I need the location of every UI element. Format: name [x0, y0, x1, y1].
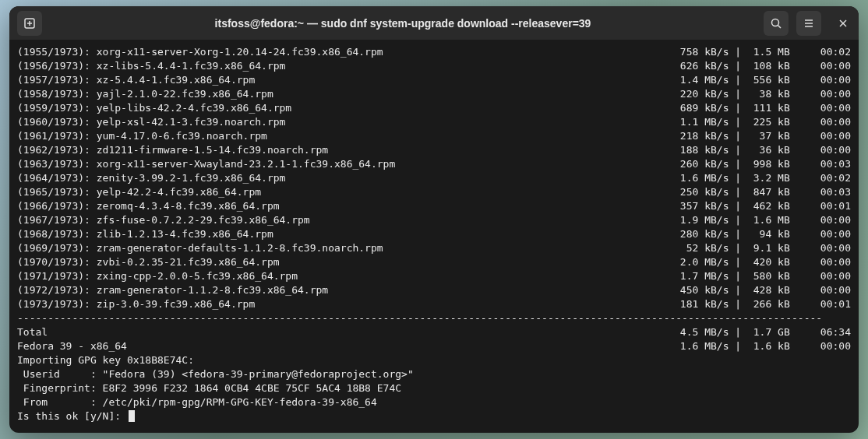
- package-stats: 250 kB/s | 847 kB 00:03: [674, 185, 851, 199]
- download-line: (1972/1973): zram-generator-1.1.2-8.fc39…: [17, 283, 851, 297]
- download-line: (1958/1973): yajl-2.1.0-22.fc39.x86_64.r…: [17, 87, 851, 101]
- package-name: (1963/1973): xorg-x11-server-Xwayland-23…: [17, 157, 674, 171]
- package-stats: 2.0 MB/s | 420 kB 00:00: [674, 255, 851, 269]
- titlebar-left: [16, 11, 44, 36]
- package-stats: 188 kB/s | 36 kB 00:00: [674, 143, 851, 157]
- menu-button[interactable]: [796, 11, 821, 36]
- gpg-fingerprint-value: E8F2 3996 F232 1864 0CB4 4CBE 75CF 5AC4 …: [103, 382, 402, 394]
- package-name: (1960/1973): yelp-xsl-42.1-3.fc39.noarch…: [17, 115, 674, 129]
- summary-line: Total 4.5 MB/s | 1.7 GB 06:34: [17, 325, 851, 339]
- package-name: (1965/1973): yelp-42.2-4.fc39.x86_64.rpm: [17, 185, 674, 199]
- gpg-from-label: From :: [17, 396, 103, 408]
- download-line: (1961/1973): yum-4.17.0-6.fc39.noarch.rp…: [17, 129, 851, 143]
- svg-line-4: [778, 25, 782, 28]
- hamburger-icon: [803, 17, 815, 30]
- package-stats: 218 kB/s | 37 kB 00:00: [674, 129, 851, 143]
- package-stats: 280 kB/s | 94 kB 00:00: [674, 227, 851, 241]
- package-name: (1955/1973): xorg-x11-server-Xorg-1.20.1…: [17, 45, 674, 59]
- terminal-output[interactable]: (1955/1973): xorg-x11-server-Xorg-1.20.1…: [9, 40, 859, 433]
- prompt-text: Is this ok [y/N]:: [17, 410, 127, 422]
- package-name: (1973/1973): zip-3.0-39.fc39.x86_64.rpm: [17, 297, 674, 311]
- package-stats: 1.1 MB/s | 225 kB 00:00: [674, 115, 851, 129]
- new-tab-button[interactable]: [17, 11, 42, 36]
- close-icon: [838, 18, 849, 29]
- close-button[interactable]: [834, 14, 852, 33]
- new-tab-icon: [23, 17, 36, 30]
- gpg-from: From : /etc/pki/rpm-gpg/RPM-GPG-KEY-fedo…: [17, 395, 851, 409]
- package-stats: 689 kB/s | 111 kB 00:00: [674, 101, 851, 115]
- download-line: (1967/1973): zfs-fuse-0.7.2.2-29.fc39.x8…: [17, 213, 851, 227]
- package-name: (1957/1973): xz-5.4.4-1.fc39.x86_64.rpm: [17, 73, 674, 87]
- package-stats: 450 kB/s | 428 kB 00:00: [674, 283, 851, 297]
- package-name: (1956/1973): xz-libs-5.4.4-1.fc39.x86_64…: [17, 59, 674, 73]
- summary-line: Fedora 39 - x86_64 1.6 MB/s | 1.6 kB 00:…: [17, 339, 851, 353]
- package-stats: 181 kB/s | 266 kB 00:01: [674, 297, 851, 311]
- package-stats: 1.6 MB/s | 3.2 MB 00:02: [674, 171, 851, 185]
- download-line: (1965/1973): yelp-42.2-4.fc39.x86_64.rpm…: [17, 185, 851, 199]
- summary-stats: 4.5 MB/s | 1.7 GB 06:34: [674, 325, 851, 339]
- confirm-prompt[interactable]: Is this ok [y/N]:: [17, 409, 851, 423]
- gpg-userid-value: "Fedora (39) <fedora-39-primary@fedorapr…: [103, 368, 414, 380]
- summary-label: Fedora 39 - x86_64: [17, 339, 674, 353]
- package-name: (1972/1973): zram-generator-1.1.2-8.fc39…: [17, 283, 674, 297]
- gpg-fingerprint-label: Fingerprint:: [17, 382, 103, 394]
- package-stats: 758 kB/s | 1.5 MB 00:02: [674, 45, 851, 59]
- package-stats: 220 kB/s | 38 kB 00:00: [674, 87, 851, 101]
- package-stats: 260 kB/s | 998 kB 00:03: [674, 157, 851, 171]
- package-stats: 357 kB/s | 462 kB 00:01: [674, 199, 851, 213]
- download-line: (1963/1973): xorg-x11-server-Xwayland-23…: [17, 157, 851, 171]
- titlebar: itsfoss@fedora:~ — sudo dnf system-upgra…: [9, 6, 859, 40]
- svg-point-3: [772, 19, 779, 26]
- package-name: (1971/1973): zxing-cpp-2.0.0-5.fc39.x86_…: [17, 269, 674, 283]
- package-name: (1961/1973): yum-4.17.0-6.fc39.noarch.rp…: [17, 129, 674, 143]
- package-name: (1958/1973): yajl-2.1.0-22.fc39.x86_64.r…: [17, 87, 674, 101]
- package-name: (1968/1973): zlib-1.2.13-4.fc39.x86_64.r…: [17, 227, 674, 241]
- search-button[interactable]: [764, 11, 789, 36]
- package-name: (1962/1973): zd1211-firmware-1.5-14.fc39…: [17, 143, 674, 157]
- cursor: [129, 410, 135, 422]
- download-line: (1968/1973): zlib-1.2.13-4.fc39.x86_64.r…: [17, 227, 851, 241]
- download-line: (1971/1973): zxing-cpp-2.0.0-5.fc39.x86_…: [17, 269, 851, 283]
- window-title: itsfoss@fedora:~ — sudo dnf system-upgra…: [44, 17, 762, 30]
- download-line: (1973/1973): zip-3.0-39.fc39.x86_64.rpm …: [17, 297, 851, 311]
- gpg-from-value: /etc/pki/rpm-gpg/RPM-GPG-KEY-fedora-39-x…: [103, 396, 377, 408]
- package-name: (1959/1973): yelp-libs-42.2-4.fc39.x86_6…: [17, 101, 674, 115]
- titlebar-right: [762, 11, 852, 36]
- download-line: (1969/1973): zram-generator-defaults-1.1…: [17, 241, 851, 255]
- gpg-userid-label: Userid :: [17, 368, 103, 380]
- divider-line: ----------------------------------------…: [17, 311, 851, 325]
- package-name: (1970/1973): zvbi-0.2.35-21.fc39.x86_64.…: [17, 255, 674, 269]
- package-stats: 626 kB/s | 108 kB 00:00: [674, 59, 851, 73]
- package-stats: 52 kB/s | 9.1 kB 00:00: [674, 241, 851, 255]
- package-stats: 1.4 MB/s | 556 kB 00:00: [674, 73, 851, 87]
- gpg-importing: Importing GPG key 0x18B8E74C:: [17, 353, 851, 367]
- terminal-window: itsfoss@fedora:~ — sudo dnf system-upgra…: [9, 6, 859, 433]
- search-icon: [770, 17, 782, 30]
- summary-stats: 1.6 MB/s | 1.6 kB 00:00: [674, 339, 851, 353]
- download-line: (1964/1973): zenity-3.99.2-1.fc39.x86_64…: [17, 171, 851, 185]
- package-stats: 1.9 MB/s | 1.6 MB 00:00: [674, 213, 851, 227]
- summary-label: Total: [17, 325, 674, 339]
- gpg-userid: Userid : "Fedora (39) <fedora-39-primary…: [17, 367, 851, 381]
- package-name: (1967/1973): zfs-fuse-0.7.2.2-29.fc39.x8…: [17, 213, 674, 227]
- package-name: (1964/1973): zenity-3.99.2-1.fc39.x86_64…: [17, 171, 674, 185]
- package-name: (1969/1973): zram-generator-defaults-1.1…: [17, 241, 674, 255]
- download-line: (1960/1973): yelp-xsl-42.1-3.fc39.noarch…: [17, 115, 851, 129]
- gpg-fingerprint: Fingerprint: E8F2 3996 F232 1864 0CB4 4C…: [17, 381, 851, 395]
- package-name: (1966/1973): zeromq-4.3.4-8.fc39.x86_64.…: [17, 199, 674, 213]
- download-line: (1962/1973): zd1211-firmware-1.5-14.fc39…: [17, 143, 851, 157]
- download-line: (1959/1973): yelp-libs-42.2-4.fc39.x86_6…: [17, 101, 851, 115]
- package-stats: 1.7 MB/s | 580 kB 00:00: [674, 269, 851, 283]
- download-line: (1955/1973): xorg-x11-server-Xorg-1.20.1…: [17, 45, 851, 59]
- download-line: (1966/1973): zeromq-4.3.4-8.fc39.x86_64.…: [17, 199, 851, 213]
- download-line: (1970/1973): zvbi-0.2.35-21.fc39.x86_64.…: [17, 255, 851, 269]
- download-line: (1957/1973): xz-5.4.4-1.fc39.x86_64.rpm …: [17, 73, 851, 87]
- download-line: (1956/1973): xz-libs-5.4.4-1.fc39.x86_64…: [17, 59, 851, 73]
